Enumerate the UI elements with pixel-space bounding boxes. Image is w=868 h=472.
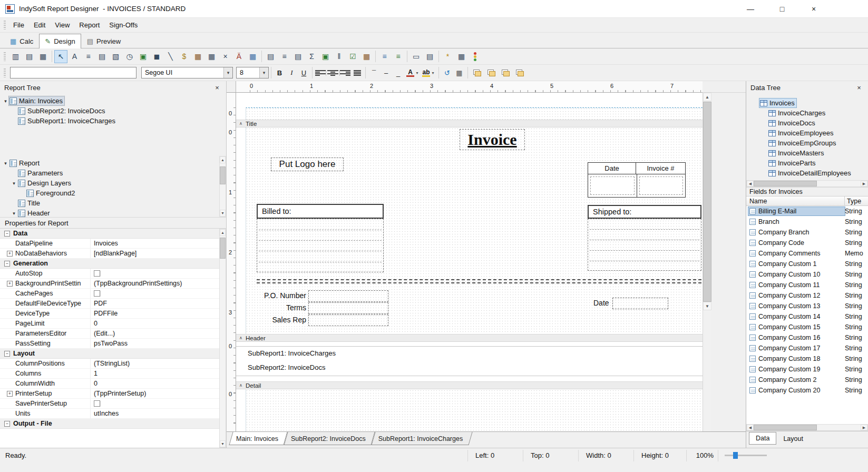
field-row-company-custom-16[interactable]: Company Custom 16String — [746, 332, 868, 343]
tree-item-invoiceparts[interactable]: InvoiceParts — [750, 158, 868, 168]
field-row-company-custom-19[interactable]: Company Custom 19String — [746, 364, 868, 375]
maximize-button[interactable]: □ — [774, 5, 790, 13]
po-number-label[interactable]: P.O. Number — [257, 291, 306, 300]
line-tool-icon[interactable]: ╲ — [164, 50, 177, 63]
chevron-down-icon[interactable]: ▾ — [259, 67, 268, 78]
striped-panel-icon-1[interactable]: ▥ — [9, 50, 22, 63]
tree-item-design-layers[interactable]: ▾Design Layers — [0, 178, 219, 188]
font-size-select[interactable]: 8 ▾ — [236, 67, 269, 78]
font-color-button[interactable]: A▾ — [405, 67, 421, 79]
chevron-down-icon[interactable]: ▾ — [415, 71, 420, 75]
canvas-vertical-scrollbar[interactable]: ▲ ▼ — [703, 93, 711, 431]
property-row-defaultfiledevicetype[interactable]: DefaultFileDeviceTypePDF — [0, 299, 219, 309]
property-row-passsetting[interactable]: PassSettingpsTwoPass — [0, 339, 219, 349]
tree-item-invoicedocs[interactable]: InvoiceDocs — [750, 118, 868, 128]
field-row-company-custom-10[interactable]: Company Custom 10String — [746, 269, 868, 280]
border-button[interactable]: ▦ — [453, 67, 465, 79]
close-icon[interactable]: × — [212, 84, 222, 92]
zoom-slider[interactable] — [718, 450, 776, 461]
currency-tool-icon[interactable]: $ — [178, 50, 191, 63]
tab-layout[interactable]: Layout — [776, 433, 810, 445]
subreport2-strip[interactable]: SubReport2: InvoiceDocs — [236, 359, 703, 376]
scrollbar-thumb[interactable] — [754, 425, 817, 430]
property-row-nodatabehaviors[interactable]: +NoDataBehaviors[ndBlankPage] — [0, 249, 219, 259]
tree-item-report[interactable]: ▾Report — [0, 158, 219, 168]
collapse-icon[interactable]: − — [4, 421, 10, 427]
field-row-company-custom-15[interactable]: Company Custom 15String — [746, 322, 868, 332]
object-name-input[interactable] — [10, 67, 136, 78]
tree-item-foreground2[interactable]: Foreground2 — [0, 188, 219, 198]
property-row-cachepages[interactable]: CachePages — [0, 289, 219, 299]
grid-options-icon[interactable]: ▦ — [455, 50, 468, 63]
scrollbar-thumb[interactable] — [703, 102, 711, 302]
menu-item-file[interactable]: File — [8, 19, 29, 31]
db-checkbox-icon[interactable]: ☑ — [346, 50, 359, 63]
invoice-number-value-cell[interactable] — [637, 174, 686, 197]
property-section-layout[interactable]: −Layout — [0, 349, 219, 359]
expander-icon[interactable]: ▾ — [2, 99, 9, 104]
shipped-to-label[interactable]: Shipped to: — [588, 205, 701, 219]
db-barcode-icon[interactable]: ‖ — [333, 50, 346, 63]
property-row-autostop[interactable]: AutoStop — [0, 269, 219, 279]
align-justify-button[interactable] — [351, 67, 363, 79]
db-chart-icon[interactable]: ▦ — [360, 50, 373, 63]
checkbox-icon[interactable] — [94, 290, 100, 297]
subreport1-strip[interactable]: SubReport1: InvoiceCharges — [236, 346, 703, 360]
richtext-tool-icon[interactable]: ▤ — [95, 50, 109, 63]
band-collapse-icon[interactable] — [236, 121, 246, 126]
db-calc-icon[interactable]: Σ — [305, 50, 318, 63]
shipped-to-address-box[interactable] — [588, 219, 701, 271]
view-tab-calc[interactable]: ▦Calc — [4, 34, 39, 48]
property-section-generation[interactable]: −Generation — [0, 259, 219, 269]
scroll-down-icon[interactable]: ▼ — [220, 440, 226, 447]
striped-panel-icon-3[interactable]: ▦ — [36, 50, 50, 63]
field-row-company-comments[interactable]: Company CommentsMemo — [746, 248, 868, 259]
tree-item-invoices[interactable]: Invoices — [750, 98, 868, 108]
date-column-header[interactable]: Date — [588, 163, 636, 174]
menu-item-view[interactable]: View — [50, 19, 74, 31]
field-row-branch[interactable]: BranchString — [746, 217, 868, 227]
scroll-up-icon[interactable]: ▲ — [220, 229, 226, 236]
select-arrow-icon[interactable]: ↖ — [54, 50, 67, 63]
italic-button[interactable]: I — [286, 67, 298, 79]
field-row-company-code[interactable]: Company CodeString — [746, 238, 868, 248]
menu-item-report[interactable]: Report — [74, 19, 104, 31]
region-tool-icon[interactable]: ▭ — [409, 50, 423, 63]
traffic-light-icon[interactable] — [469, 50, 482, 63]
tree-item-subreport1-invoicecharges[interactable]: SubReport1: InvoiceCharges — [0, 116, 226, 126]
memo-tool-icon[interactable]: ≡ — [82, 50, 95, 63]
billed-to-address-box[interactable] — [257, 219, 384, 272]
tree-item-parameters[interactable]: Parameters — [0, 168, 219, 178]
canvas-tab-subreport1-invoicecharges[interactable]: SubReport1: InvoiceCharges — [372, 432, 474, 445]
view-tab-design[interactable]: ✎Design — [39, 34, 81, 48]
tab-data[interactable]: Data — [749, 432, 776, 445]
pages-tool-icon[interactable]: ▧ — [109, 50, 122, 63]
band-title-bar[interactable]: Title — [236, 120, 703, 127]
minimize-button[interactable]: — — [743, 5, 758, 13]
report-tree-scrollbar[interactable]: ▲ ▼ — [219, 156, 226, 217]
field-row-company-custom-17[interactable]: Company Custom 17String — [746, 343, 868, 353]
send-to-back-button[interactable] — [485, 67, 498, 79]
system-variable-icon[interactable]: ◷ — [123, 50, 136, 63]
po-number-field[interactable] — [308, 290, 388, 302]
property-section-data[interactable]: −Data — [0, 229, 219, 239]
band-detail-bar[interactable]: Detail — [236, 381, 703, 389]
subreport-tool-icon[interactable]: ▤ — [423, 50, 436, 63]
double-rule-line[interactable] — [257, 279, 701, 283]
tree-item-invoicemasters[interactable]: InvoiceMasters — [750, 148, 868, 158]
scroll-up-icon[interactable]: ▲ — [220, 156, 226, 163]
db-memo-icon[interactable]: ≡ — [278, 50, 291, 63]
field-row-company-custom-1[interactable]: Company Custom 1String — [746, 259, 868, 269]
chevron-down-icon[interactable]: ▾ — [223, 67, 232, 78]
db-richtext-icon[interactable]: ▤ — [291, 50, 305, 63]
db-image-icon[interactable]: ▣ — [319, 50, 332, 63]
scroll-left-icon[interactable]: ◀ — [747, 425, 754, 430]
checkbox-icon[interactable] — [94, 400, 100, 407]
scrollbar-thumb[interactable] — [220, 166, 226, 184]
scroll-up-icon[interactable]: ▲ — [703, 93, 711, 101]
column-header-name[interactable]: Name — [746, 196, 845, 205]
property-row-units[interactable]: UnitsutInches — [0, 409, 219, 419]
scroll-down-icon[interactable]: ▼ — [220, 210, 226, 217]
wand-icon[interactable]: * — [441, 50, 454, 63]
property-row-pagelimit[interactable]: PageLimit0 — [0, 319, 219, 329]
